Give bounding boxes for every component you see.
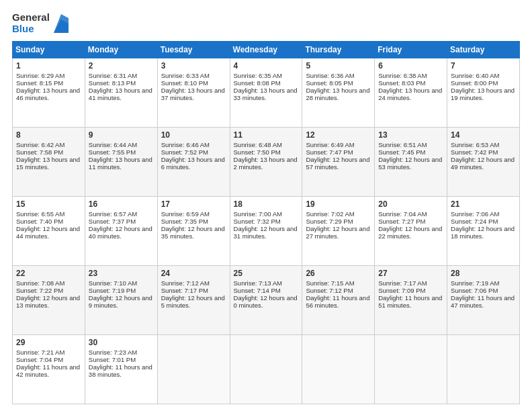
table-row: 9 Sunrise: 6:44 AM Sunset: 7:55 PM Dayli… [85, 128, 157, 197]
daylight-label: Daylight: 13 hours and 2 minutes. [234, 156, 298, 171]
table-row: 5 Sunrise: 6:36 AM Sunset: 8:05 PM Dayli… [302, 58, 375, 128]
daylight-label: Daylight: 11 hours and 38 minutes. [89, 363, 152, 378]
day-number: 5 [306, 61, 371, 71]
table-row: 22 Sunrise: 7:08 AM Sunset: 7:22 PM Dayl… [13, 266, 85, 335]
table-row: 25 Sunrise: 7:13 AM Sunset: 7:14 PM Dayl… [230, 266, 302, 335]
table-row: 27 Sunrise: 7:17 AM Sunset: 7:09 PM Dayl… [375, 266, 447, 335]
sunrise-label: Sunrise: 7:08 AM [16, 279, 64, 287]
sunset-label: Sunset: 7:42 PM [451, 148, 498, 156]
sunset-label: Sunset: 7:12 PM [306, 287, 353, 294]
table-row [230, 335, 302, 404]
table-row: 28 Sunrise: 7:19 AM Sunset: 7:06 PM Dayl… [447, 266, 520, 335]
day-number: 26 [306, 269, 371, 278]
daylight-label: Daylight: 13 hours and 11 minutes. [89, 156, 152, 171]
day-number: 12 [306, 130, 371, 140]
sunrise-label: Sunrise: 6:55 AM [16, 210, 64, 218]
table-row: 8 Sunrise: 6:42 AM Sunset: 7:58 PM Dayli… [13, 128, 85, 197]
daylight-label: Daylight: 11 hours and 51 minutes. [378, 294, 442, 309]
day-number: 14 [451, 130, 516, 140]
daylight-label: Daylight: 12 hours and 22 minutes. [378, 225, 442, 240]
sunrise-label: Sunrise: 6:35 AM [234, 72, 282, 79]
day-number: 29 [16, 338, 81, 347]
sunset-label: Sunset: 7:52 PM [161, 148, 208, 156]
table-row: 30 Sunrise: 7:23 AM Sunset: 7:01 PM Dayl… [85, 335, 157, 404]
day-number: 3 [161, 61, 226, 71]
daylight-label: Daylight: 12 hours and 18 minutes. [451, 225, 515, 240]
sunrise-label: Sunrise: 7:23 AM [89, 349, 137, 356]
col-thursday: Thursday [302, 42, 375, 58]
sunrise-label: Sunrise: 6:59 AM [161, 210, 210, 218]
sunrise-label: Sunrise: 7:19 AM [451, 279, 499, 287]
daylight-label: Daylight: 12 hours and 35 minutes. [161, 225, 225, 240]
sunset-label: Sunset: 7:40 PM [16, 218, 63, 225]
sunset-label: Sunset: 8:03 PM [378, 79, 425, 87]
sunset-label: Sunset: 7:35 PM [161, 218, 208, 225]
day-number: 15 [16, 199, 81, 209]
day-number: 20 [378, 199, 443, 209]
daylight-label: Daylight: 13 hours and 33 minutes. [234, 87, 298, 101]
day-number: 7 [451, 61, 516, 71]
sunrise-label: Sunrise: 7:00 AM [234, 210, 282, 218]
table-row: 20 Sunrise: 7:04 AM Sunset: 7:27 PM Dayl… [375, 197, 447, 266]
table-row: 23 Sunrise: 7:10 AM Sunset: 7:19 PM Dayl… [85, 266, 157, 335]
day-number: 2 [89, 61, 154, 71]
daylight-label: Daylight: 13 hours and 19 minutes. [451, 87, 515, 101]
daylight-label: Daylight: 12 hours and 40 minutes. [89, 225, 152, 240]
table-row: 7 Sunrise: 6:40 AM Sunset: 8:00 PM Dayli… [447, 58, 520, 128]
table-row: 24 Sunrise: 7:12 AM Sunset: 7:17 PM Dayl… [157, 266, 230, 335]
sunrise-label: Sunrise: 6:31 AM [89, 72, 137, 79]
table-row: 14 Sunrise: 6:53 AM Sunset: 7:42 PM Dayl… [447, 128, 520, 197]
page: General Blue Sunday Monday Tuesday Wedne… [0, 0, 532, 411]
sunset-label: Sunset: 7:47 PM [306, 148, 353, 156]
col-sunday: Sunday [13, 42, 85, 58]
sunrise-label: Sunrise: 7:12 AM [161, 279, 210, 287]
day-number: 23 [89, 269, 154, 278]
sunrise-label: Sunrise: 7:15 AM [306, 279, 354, 287]
daylight-label: Daylight: 12 hours and 13 minutes. [16, 294, 80, 309]
sunrise-label: Sunrise: 6:46 AM [161, 141, 210, 148]
sunset-label: Sunset: 7:29 PM [306, 218, 353, 225]
table-row: 4 Sunrise: 6:35 AM Sunset: 8:08 PM Dayli… [230, 58, 302, 128]
sunset-label: Sunset: 8:13 PM [89, 79, 136, 87]
calendar-table: Sunday Monday Tuesday Wednesday Thursday… [12, 41, 520, 404]
daylight-label: Daylight: 11 hours and 47 minutes. [451, 294, 515, 309]
sunrise-label: Sunrise: 6:40 AM [451, 72, 499, 79]
day-number: 19 [306, 199, 371, 209]
sunrise-label: Sunrise: 7:04 AM [378, 210, 427, 218]
table-row: 12 Sunrise: 6:49 AM Sunset: 7:47 PM Dayl… [302, 128, 375, 197]
day-number: 10 [161, 130, 226, 140]
sunset-label: Sunset: 7:01 PM [89, 356, 136, 363]
col-friday: Friday [375, 42, 447, 58]
sunset-label: Sunset: 8:08 PM [234, 79, 281, 87]
sunset-label: Sunset: 7:55 PM [89, 148, 136, 156]
sunrise-label: Sunrise: 6:57 AM [89, 210, 137, 218]
day-number: 21 [451, 199, 516, 209]
table-row [447, 335, 520, 404]
day-number: 4 [234, 61, 299, 71]
sunrise-label: Sunrise: 7:13 AM [234, 279, 282, 287]
sunrise-label: Sunrise: 6:29 AM [16, 72, 64, 79]
sunrise-label: Sunrise: 7:17 AM [378, 279, 427, 287]
daylight-label: Daylight: 12 hours and 57 minutes. [306, 156, 369, 171]
calendar-week-row: 15 Sunrise: 6:55 AM Sunset: 7:40 PM Dayl… [13, 197, 520, 266]
sunset-label: Sunset: 7:06 PM [451, 287, 498, 294]
sunset-label: Sunset: 8:00 PM [451, 79, 498, 87]
calendar-week-row: 8 Sunrise: 6:42 AM Sunset: 7:58 PM Dayli… [13, 128, 520, 197]
sunset-label: Sunset: 7:19 PM [89, 287, 136, 294]
table-row: 3 Sunrise: 6:33 AM Sunset: 8:10 PM Dayli… [157, 58, 230, 128]
logo: General Blue [12, 12, 69, 34]
day-number: 27 [378, 269, 443, 278]
table-row [375, 335, 447, 404]
calendar-week-row: 22 Sunrise: 7:08 AM Sunset: 7:22 PM Dayl… [13, 266, 520, 335]
daylight-label: Daylight: 12 hours and 9 minutes. [89, 294, 152, 309]
day-number: 18 [234, 199, 299, 209]
daylight-label: Daylight: 13 hours and 41 minutes. [89, 87, 152, 101]
daylight-label: Daylight: 12 hours and 53 minutes. [378, 156, 442, 171]
sunset-label: Sunset: 7:27 PM [378, 218, 425, 225]
daylight-label: Daylight: 13 hours and 37 minutes. [161, 87, 225, 101]
sunset-label: Sunset: 8:05 PM [306, 79, 353, 87]
daylight-label: Daylight: 13 hours and 6 minutes. [161, 156, 225, 171]
table-row: 17 Sunrise: 6:59 AM Sunset: 7:35 PM Dayl… [157, 197, 230, 266]
sunrise-label: Sunrise: 7:06 AM [451, 210, 499, 218]
day-number: 16 [89, 199, 154, 209]
